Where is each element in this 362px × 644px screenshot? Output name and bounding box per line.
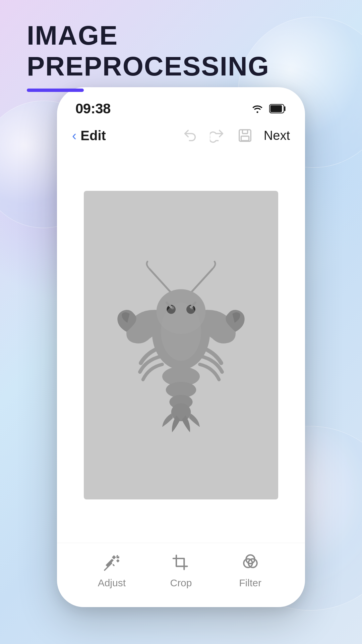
title-underline: [27, 89, 84, 92]
image-area: [57, 151, 305, 543]
adjust-label: Adjust: [98, 577, 126, 589]
page-title-container: IMAGE PREPROCESSING: [27, 20, 362, 92]
crop-icon: [171, 553, 191, 573]
filter-icon: [240, 553, 260, 573]
back-chevron-icon: ‹: [72, 129, 76, 142]
status-bar: 09:38: [57, 87, 305, 123]
bottom-toolbar: Adjust Crop Filter: [57, 543, 305, 607]
lobster-illustration: [114, 245, 248, 446]
wifi-icon: [250, 103, 264, 115]
next-label: Next: [264, 128, 290, 143]
header-nav: ‹ Edit: [57, 123, 305, 151]
phone-mockup: 09:38 ‹ Edit: [57, 87, 305, 607]
filter-tool[interactable]: Filter: [227, 553, 274, 589]
adjust-icon: [102, 553, 122, 573]
svg-rect-1: [270, 105, 282, 112]
svg-rect-4: [241, 136, 249, 141]
header-title: Edit: [80, 128, 106, 143]
undo-button[interactable]: [181, 127, 199, 144]
crop-label: Crop: [170, 577, 192, 589]
status-time: 09:38: [75, 101, 111, 117]
redo-button[interactable]: [209, 127, 226, 144]
crop-tool[interactable]: Crop: [158, 553, 204, 589]
image-preview: [84, 191, 278, 499]
svg-point-18: [171, 403, 191, 421]
svg-rect-3: [242, 130, 247, 134]
save-button[interactable]: [236, 127, 254, 144]
status-icons: [250, 103, 287, 115]
battery-icon: [269, 104, 287, 113]
page-title: IMAGE PREPROCESSING: [27, 20, 362, 82]
header-actions: Next: [181, 127, 290, 144]
next-button[interactable]: Next: [264, 128, 290, 143]
svg-line-6: [190, 269, 213, 293]
filter-label: Filter: [239, 577, 261, 589]
svg-point-19: [161, 303, 201, 361]
back-button[interactable]: ‹: [72, 129, 76, 142]
adjust-tool[interactable]: Adjust: [88, 553, 135, 589]
svg-line-5: [150, 269, 172, 293]
